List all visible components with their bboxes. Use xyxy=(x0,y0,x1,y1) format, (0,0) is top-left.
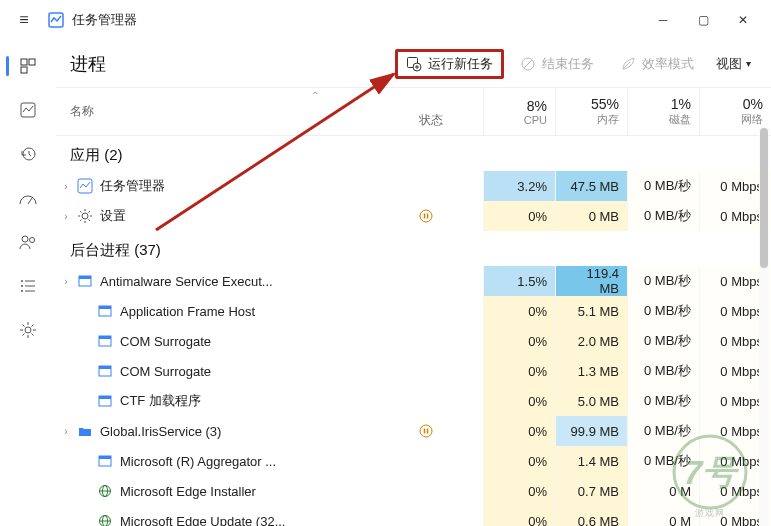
nav-users[interactable] xyxy=(0,222,56,262)
expand-chevron-icon[interactable]: › xyxy=(56,276,76,287)
app-title: 任务管理器 xyxy=(72,11,137,29)
table-row[interactable]: ›任务管理器3.2%47.5 MB0 MB/秒0 Mbps xyxy=(56,171,771,201)
run-new-task-label: 运行新任务 xyxy=(428,55,493,73)
nav-processes[interactable] xyxy=(0,46,56,86)
table-row[interactable]: ›Antimalware Service Execut...1.5%119.4 … xyxy=(56,266,771,296)
svg-rect-31 xyxy=(99,306,111,309)
header-disk-label: 磁盘 xyxy=(669,112,691,127)
header-disk-pct: 1% xyxy=(671,96,691,112)
svg-rect-29 xyxy=(79,276,91,279)
run-task-icon xyxy=(406,56,422,72)
efficiency-mode-button[interactable]: 效率模式 xyxy=(610,49,704,79)
process-name: Microsoft Edge Update (32... xyxy=(120,514,419,527)
process-name: COM Surrogate xyxy=(120,334,419,349)
end-task-label: 结束任务 xyxy=(542,55,594,73)
view-dropdown[interactable]: 视图 ▾ xyxy=(710,51,757,77)
cpu-cell: 0% xyxy=(483,476,555,506)
expand-chevron-icon[interactable]: › xyxy=(56,181,76,192)
process-icon xyxy=(96,392,114,410)
vertical-scrollbar[interactable] xyxy=(759,128,769,526)
sort-caret-icon: ⌃ xyxy=(311,90,319,101)
table-row[interactable]: CTF 加载程序0%5.0 MB0 MB/秒0 Mbps xyxy=(56,386,771,416)
svg-point-25 xyxy=(420,210,432,222)
expand-chevron-icon[interactable]: › xyxy=(56,426,76,437)
svg-point-7 xyxy=(22,236,28,242)
table-row[interactable]: Microsoft Edge Update (32...0%0.6 MB0 M0… xyxy=(56,506,771,526)
maximize-button[interactable]: ▢ xyxy=(683,0,723,40)
header-disk[interactable]: 1% 磁盘 xyxy=(627,88,699,135)
memory-cell: 0 MB xyxy=(555,201,627,231)
nav-startup-apps[interactable] xyxy=(0,178,56,218)
table-row[interactable]: Microsoft (R) Aggregator ...0%1.4 MB0 MB… xyxy=(56,446,771,476)
disk-cell: 0 MB/秒 xyxy=(627,446,699,476)
disk-cell: 0 MB/秒 xyxy=(627,296,699,326)
memory-cell: 0.6 MB xyxy=(555,506,627,526)
svg-point-13 xyxy=(21,290,23,292)
table-row[interactable]: ›Global.IrisService (3)0%99.9 MB0 MB/秒0 … xyxy=(56,416,771,446)
memory-cell: 119.4 MB xyxy=(555,266,627,296)
process-name: Global.IrisService (3) xyxy=(100,424,419,439)
nav-details[interactable] xyxy=(0,266,56,306)
memory-cell: 1.4 MB xyxy=(555,446,627,476)
process-icon xyxy=(96,302,114,320)
process-icon xyxy=(96,332,114,350)
disk-cell: 0 MB/秒 xyxy=(627,201,699,231)
history-icon xyxy=(19,145,37,163)
chevron-down-icon: ▾ xyxy=(746,58,751,69)
leaf-icon xyxy=(620,56,636,72)
end-task-icon xyxy=(520,56,536,72)
table-row[interactable]: Application Frame Host0%5.1 MB0 MB/秒0 Mb… xyxy=(56,296,771,326)
header-cpu[interactable]: 8% CPU xyxy=(483,88,555,135)
process-icon xyxy=(76,272,94,290)
svg-rect-33 xyxy=(99,336,111,339)
table-row[interactable]: COM Surrogate0%1.3 MB0 MB/秒0 Mbps xyxy=(56,356,771,386)
header-status-label: 状态 xyxy=(419,112,443,129)
memory-cell: 99.9 MB xyxy=(555,416,627,446)
cpu-cell: 0% xyxy=(483,296,555,326)
disk-cell: 0 M xyxy=(627,506,699,526)
process-name: Microsoft (R) Aggregator ... xyxy=(120,454,419,469)
status-cell xyxy=(419,209,483,223)
disk-cell: 0 MB/秒 xyxy=(627,416,699,446)
memory-cell: 0.7 MB xyxy=(555,476,627,506)
header-status[interactable]: 状态 xyxy=(419,88,483,135)
header-cpu-label: CPU xyxy=(524,114,547,126)
hamburger-menu[interactable]: ≡ xyxy=(8,11,40,29)
table-row[interactable]: Microsoft Edge Installer0%0.7 MB0 M0 Mbp… xyxy=(56,476,771,506)
process-icon xyxy=(96,512,114,526)
chart-icon xyxy=(19,101,37,119)
process-name: CTF 加载程序 xyxy=(120,392,419,410)
table-row[interactable]: ›设置0%0 MB0 MB/秒0 Mbps xyxy=(56,201,771,231)
close-button[interactable]: ✕ xyxy=(723,0,763,40)
run-new-task-button[interactable]: 运行新任务 xyxy=(395,49,504,79)
sidebar xyxy=(0,40,56,526)
table-row[interactable]: COM Surrogate0%2.0 MB0 MB/秒0 Mbps xyxy=(56,326,771,356)
process-name: Application Frame Host xyxy=(120,304,419,319)
svg-point-11 xyxy=(21,285,23,287)
scroll-thumb[interactable] xyxy=(760,128,768,268)
disk-cell: 0 MB/秒 xyxy=(627,356,699,386)
page-title: 进程 xyxy=(70,52,106,76)
end-task-button[interactable]: 结束任务 xyxy=(510,49,604,79)
group-title: 应用 (2) xyxy=(56,136,771,171)
nav-app-history[interactable] xyxy=(0,134,56,174)
expand-chevron-icon[interactable]: › xyxy=(56,211,76,222)
svg-point-38 xyxy=(420,425,432,437)
memory-cell: 1.3 MB xyxy=(555,356,627,386)
title-bar: ≡ 任务管理器 ─ ▢ ✕ xyxy=(0,0,771,40)
minimize-button[interactable]: ─ xyxy=(643,0,683,40)
process-icon xyxy=(96,482,114,500)
process-name: Antimalware Service Execut... xyxy=(100,274,419,289)
header-name-label: 名称 xyxy=(70,103,405,120)
cpu-cell: 0% xyxy=(483,506,555,526)
svg-point-24 xyxy=(82,213,88,219)
memory-cell: 2.0 MB xyxy=(555,326,627,356)
nav-services[interactable] xyxy=(0,310,56,350)
nav-performance[interactable] xyxy=(0,90,56,130)
header-name[interactable]: ⌃ 名称 xyxy=(56,88,419,135)
group-title: 后台进程 (37) xyxy=(56,231,771,266)
main-panel: 进程 运行新任务 结束任务 效率模式 视图 ▾ ⌃ 名称 xyxy=(56,40,771,526)
process-icon xyxy=(76,177,94,195)
header-memory[interactable]: 55% 内存 xyxy=(555,88,627,135)
svg-line-21 xyxy=(524,60,532,68)
